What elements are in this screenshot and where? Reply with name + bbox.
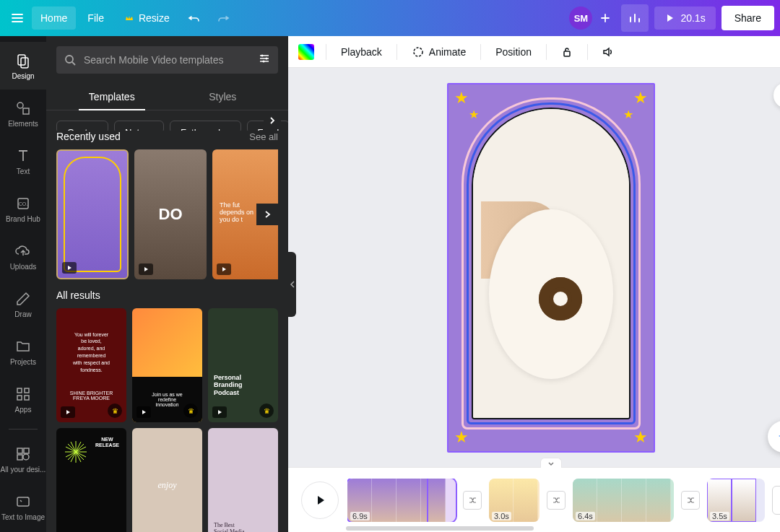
timeline-play-button[interactable] <box>301 481 339 519</box>
panel-tabs: Templates Styles <box>46 84 288 110</box>
nav-apps[interactable]: Apps <box>0 375 46 423</box>
animate-button[interactable]: Animate <box>409 41 469 63</box>
nav-text-to-image[interactable]: Text to Image <box>0 483 46 531</box>
video-badge-icon <box>62 262 77 274</box>
insights-button[interactable] <box>621 4 649 32</box>
svg-rect-6 <box>17 388 22 393</box>
premium-badge-icon: ♛ <box>108 404 122 418</box>
see-all-link[interactable]: See all <box>249 131 278 142</box>
nav-brand-hub[interactable]: CO. Brand Hub <box>0 185 46 232</box>
file-button[interactable]: File <box>79 6 113 30</box>
search-input[interactable] <box>84 54 251 66</box>
user-avatar[interactable]: SM <box>569 6 592 30</box>
add-member-button[interactable] <box>595 6 615 30</box>
canvas-toolbar: Playback Animate Position <box>288 36 780 68</box>
regenerate-button[interactable] <box>774 82 780 108</box>
template-thumbnail[interactable]: NEW RELEASE <box>56 428 126 532</box>
lock-button[interactable] <box>558 43 576 61</box>
sliders-icon <box>258 52 271 65</box>
svg-rect-11 <box>24 448 29 453</box>
template-thumbnail[interactable]: You will forever be loved, adored, and r… <box>56 308 126 422</box>
timeline-scrollbar[interactable] <box>346 526 534 531</box>
svg-point-13 <box>23 454 29 460</box>
chip-quotes[interactable]: Quotes <box>56 121 108 131</box>
svg-rect-7 <box>25 388 29 393</box>
timeline-clip[interactable]: 6.4s <box>573 479 674 522</box>
video-badge-icon <box>61 406 75 418</box>
template-thumbnail[interactable]: The Best Social Media <box>208 428 278 532</box>
chip-fathers-day[interactable]: Fathers day <box>170 121 241 131</box>
chip-nature[interactable]: Nature <box>114 121 164 131</box>
play-duration-button[interactable]: 20.1s <box>654 6 715 30</box>
starburst-icon <box>65 441 87 463</box>
redo-icon <box>217 12 230 25</box>
search-filter-button[interactable] <box>258 52 271 68</box>
transition-button[interactable] <box>547 491 566 510</box>
resize-button[interactable]: Resize <box>116 6 178 30</box>
nav-draw[interactable]: Draw <box>0 280 46 328</box>
canvas-workspace[interactable]: ★ ★ ★ ★ ★ ★ <box>288 68 780 467</box>
tab-templates[interactable]: Templates <box>56 84 168 110</box>
position-button[interactable]: Position <box>493 42 534 62</box>
timeline-clip[interactable]: 6.9s <box>347 479 456 522</box>
collapse-timeline-button[interactable] <box>540 458 562 468</box>
recent-thumbnails: DO The fut depends on you do t <box>56 149 278 279</box>
playback-button[interactable]: Playback <box>338 42 385 62</box>
main-menu-button[interactable] <box>6 6 29 30</box>
play-icon <box>664 13 675 23</box>
template-thumbnail[interactable]: Join us as we redefine innovation ♛ <box>132 308 202 422</box>
nav-uploads[interactable]: Uploads <box>0 232 46 280</box>
nav-design[interactable]: Design <box>0 42 46 90</box>
video-badge-icon <box>136 406 151 418</box>
category-chips: Quotes Nature Fathers day Food <box>46 110 288 131</box>
timeline-clip[interactable]: 3.5s <box>707 479 765 522</box>
transition-button[interactable] <box>681 491 700 510</box>
vertical-nav: Design Elements Text CO. Brand Hub Uploa… <box>0 36 46 532</box>
sparkle-image-icon <box>14 493 32 510</box>
template-thumbnail[interactable] <box>56 149 129 279</box>
video-badge-icon <box>139 263 153 275</box>
premium-badge-icon: ♛ <box>259 404 274 418</box>
tab-styles[interactable]: Styles <box>168 84 279 110</box>
redo-button[interactable] <box>210 5 236 31</box>
undo-button[interactable] <box>181 5 207 31</box>
share-button[interactable]: Share <box>722 6 774 30</box>
section-title: Recently used <box>56 131 121 142</box>
design-frame[interactable]: ★ ★ ★ ★ ★ ★ <box>447 83 655 453</box>
nav-elements[interactable]: Elements <box>0 90 46 137</box>
playhead[interactable] <box>427 479 428 522</box>
grid-icon <box>14 445 32 463</box>
video-badge-icon <box>212 406 227 418</box>
chips-scroll-right[interactable] <box>264 112 281 129</box>
nav-all-designs[interactable]: All your desi... <box>0 435 46 483</box>
text-icon <box>14 147 32 165</box>
star-decoration-icon: ★ <box>454 428 469 447</box>
premium-badge-icon: ♛ <box>183 404 198 418</box>
template-thumbnail[interactable]: Personal Branding Podcast ♛ <box>208 308 278 422</box>
add-clip-button[interactable]: + <box>772 486 780 515</box>
volume-button[interactable] <box>599 43 617 61</box>
unlock-icon <box>560 45 573 58</box>
nav-projects[interactable]: Projects <box>0 328 46 375</box>
transition-button[interactable] <box>463 491 482 510</box>
design-icon <box>14 52 32 69</box>
nav-text[interactable]: Text <box>0 137 46 185</box>
plus-icon <box>599 12 612 25</box>
star-decoration-icon: ★ <box>623 108 633 121</box>
thumbnails-scroll-right[interactable] <box>256 204 278 225</box>
all-results-section: All results You will forever be loved, a… <box>46 289 288 532</box>
speaker-icon <box>602 45 615 58</box>
magic-assistant-button[interactable] <box>768 421 780 453</box>
svg-rect-0 <box>18 55 25 65</box>
timeline-clip[interactable]: 3.0s <box>489 479 540 522</box>
color-picker-button[interactable] <box>298 44 314 60</box>
svg-rect-3 <box>23 108 29 114</box>
svg-point-16 <box>261 55 264 57</box>
search-box <box>56 46 278 74</box>
template-thumbnail[interactable]: enjoy <box>132 428 202 532</box>
collapse-panel-button[interactable] <box>288 252 296 317</box>
home-button[interactable]: Home <box>32 6 76 30</box>
pencil-icon <box>14 290 32 308</box>
nav-divider <box>9 429 38 429</box>
template-thumbnail[interactable]: DO <box>134 149 207 279</box>
